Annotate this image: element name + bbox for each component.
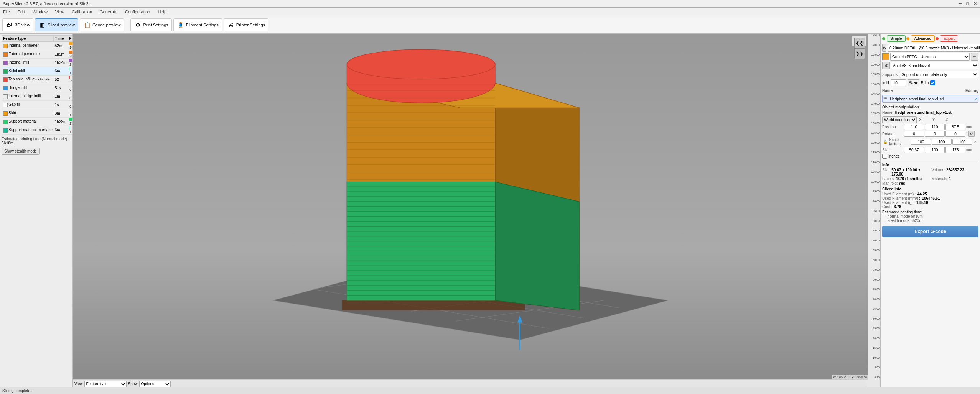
- close-btn[interactable]: ✕: [973, 1, 977, 6]
- z-axis-label: Z: [945, 118, 948, 122]
- supports-select[interactable]: Support on build plate only: [900, 71, 978, 78]
- table-row[interactable]: Support material1h29m 27.9%: [2, 118, 73, 126]
- print-settings-label: Print Settings: [143, 23, 168, 27]
- expert-mode-tab[interactable]: Expert: [940, 35, 958, 42]
- table-row[interactable]: Solid infill6m 1.9%: [2, 67, 73, 76]
- rotate-row: Rotate: ° ↺: [882, 131, 978, 137]
- menu-edit[interactable]: Edit: [16, 9, 26, 15]
- scale-y-input[interactable]: [932, 139, 952, 145]
- menu-file[interactable]: File: [2, 9, 12, 15]
- object-manipulation-section: Object manipulation Name: Hedphone stand…: [882, 105, 978, 159]
- ruler-tick: 140.00: [871, 102, 880, 105]
- profile-select[interactable]: 0.20mm DETAIL @0.6 nozzle MK3 - Universa…: [888, 44, 980, 52]
- inches-checkbox[interactable]: [882, 154, 887, 159]
- print-settings-button[interactable]: ⚙ Print Settings: [130, 18, 171, 31]
- printer-settings-button[interactable]: 🖨 Printer Settings: [224, 18, 268, 31]
- ruler-tick: 160.00: [871, 63, 880, 66]
- nav-right-button[interactable]: ❯❯: [854, 48, 865, 59]
- export-gcode-button[interactable]: Export G-code: [882, 226, 978, 237]
- scale-z-input[interactable]: [952, 139, 972, 145]
- menu-view[interactable]: View: [54, 9, 66, 15]
- 3d-view-button[interactable]: 🗗 3D view: [2, 18, 33, 31]
- feature-bar-cell: 0.4%: [68, 92, 73, 101]
- size-z-input[interactable]: [945, 147, 965, 153]
- infill-input[interactable]: [891, 79, 906, 86]
- sliced-info-section: Sliced Info Used Filament (m): 44.25 Use…: [882, 187, 978, 223]
- filament-select[interactable]: Generic PETG - Universal: [890, 53, 970, 61]
- ruler-tick: 110.00: [871, 161, 880, 164]
- x-coord-label: X:: [833, 375, 836, 379]
- show-options-select[interactable]: Options Moves Retractions Unretractions …: [139, 381, 171, 387]
- inches-label[interactable]: Inches: [882, 154, 899, 159]
- menu-configuration[interactable]: Configuration: [124, 9, 152, 15]
- normal-mode-value: 5h10m: [911, 214, 923, 218]
- table-row[interactable]: Internal bridge infill1m 0.4%: [2, 92, 73, 101]
- advanced-mode-tab[interactable]: Advanced: [911, 35, 935, 42]
- filament-edit-btn[interactable]: ✏: [971, 53, 978, 61]
- menu-generate[interactable]: Generate: [98, 9, 119, 15]
- rotate-reset-btn[interactable]: ↺: [968, 131, 975, 137]
- infill-brim-row: Infill % Brim: [882, 79, 978, 86]
- info-grid: Size: 50.67 x 100.00 x 175.00 Volume: 25…: [882, 168, 978, 186]
- object-edit-btn[interactable]: ↗: [974, 97, 977, 101]
- filament-settings-button[interactable]: 🧵 Filament Settings: [173, 18, 222, 31]
- printer-select[interactable]: Anet A8 .6mm Nozzel: [891, 62, 978, 69]
- feature-color-cell: Internal infill: [2, 59, 54, 67]
- table-row[interactable]: Top solid infill Click to hide52 3%: [2, 76, 73, 84]
- filament-row: Generic PETG - Universal ✏: [882, 53, 978, 61]
- table-row[interactable]: Internal perimeter52m 16.3%: [2, 42, 73, 50]
- minimize-btn[interactable]: ─: [959, 1, 962, 6]
- ruler-tick: 40.00: [873, 298, 880, 300]
- view-type-select[interactable]: Feature type Height (Color Print) Speed …: [84, 381, 127, 387]
- position-z-input[interactable]: [945, 124, 965, 130]
- ruler-tick: 155.00: [871, 73, 880, 76]
- table-row[interactable]: Gap fill1s 0.0%: [2, 101, 73, 109]
- gcode-preview-button[interactable]: 📋 Gcode preview: [80, 18, 124, 31]
- name-column-label: Name: [882, 89, 893, 93]
- position-x-input[interactable]: [904, 124, 924, 130]
- table-row[interactable]: Internal infill1h34m 29.7%: [2, 59, 73, 67]
- rotate-x-input[interactable]: [904, 131, 924, 137]
- profile-settings-icon-btn[interactable]: ⚙: [882, 44, 886, 52]
- eye-icon[interactable]: 👁: [883, 96, 889, 102]
- svg-point-41: [347, 49, 495, 79]
- size-y-input[interactable]: [925, 147, 945, 153]
- view-controls: View Feature type Height (Color Print) S…: [73, 379, 868, 388]
- show-stealth-mode-button[interactable]: Show stealth mode: [2, 148, 40, 155]
- sliced-preview-button[interactable]: ◧ Sliced preview: [35, 18, 78, 31]
- stealth-mode-value: 5h20m: [911, 218, 922, 223]
- nav-left-button[interactable]: ❮❮: [854, 38, 865, 48]
- table-row[interactable]: Support material interface6m 1.9%: [2, 126, 73, 135]
- printer-icon-btn[interactable]: 🖨: [882, 62, 890, 69]
- table-row[interactable]: Skirt3m 1.0%: [2, 109, 73, 118]
- coord-system-select[interactable]: World coordinates: [882, 116, 917, 123]
- menu-calibration[interactable]: Calibration: [70, 9, 94, 15]
- feature-time-cell: 1h29m: [54, 118, 68, 126]
- info-manifold-value: Yes: [899, 181, 905, 186]
- menu-window[interactable]: Window: [31, 9, 49, 15]
- simple-mode-tab[interactable]: Simple: [887, 35, 906, 42]
- rotate-unit: °: [966, 132, 968, 136]
- coord-system-row: World coordinates X Y Z: [882, 116, 978, 123]
- size-x-input[interactable]: [904, 147, 924, 153]
- ruler-tick: 45.00: [873, 288, 880, 291]
- object-list-item[interactable]: 👁 Hedphone stand final_top v1.stl ↗: [882, 95, 978, 103]
- table-row[interactable]: External perimeter1h5m 20.3%: [2, 50, 73, 59]
- table-row[interactable]: Bridge infill51s 0.3%: [2, 84, 73, 92]
- scale-x-input[interactable]: [911, 139, 931, 145]
- info-manifold-row: Manifold: Yes: [882, 181, 929, 186]
- rotate-z-input[interactable]: [945, 131, 965, 137]
- position-y-input[interactable]: [925, 124, 945, 130]
- maximize-btn[interactable]: □: [966, 1, 969, 6]
- svg-rect-10: [342, 300, 525, 310]
- sliced-filament-mm3-value: 106445.61: [922, 196, 940, 200]
- infill-percent-select[interactable]: %: [908, 79, 919, 86]
- color-swatch: [3, 44, 8, 48]
- est-print-title: Estimated printing time:: [882, 210, 922, 214]
- feature-color-cell: Top solid infill Click to hide: [2, 76, 54, 84]
- rotate-y-input[interactable]: [925, 131, 945, 137]
- brim-checkbox[interactable]: [930, 80, 935, 85]
- y-axis-label: Y: [932, 118, 935, 122]
- lock-icon-btn[interactable]: 🔒: [882, 139, 888, 145]
- menu-help[interactable]: Help: [156, 9, 168, 15]
